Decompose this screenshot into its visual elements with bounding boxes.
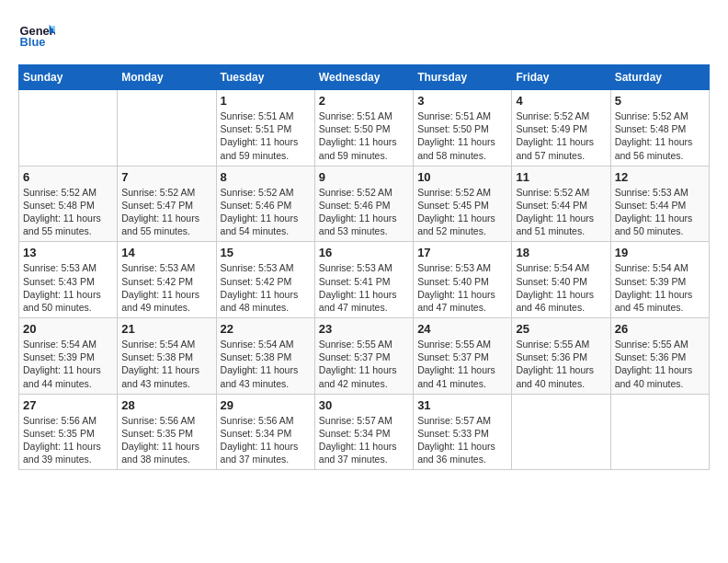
day-number: 22	[221, 322, 311, 336]
day-number: 31	[417, 398, 507, 412]
day-detail: Sunrise: 5:55 AM Sunset: 5:36 PM Dayligh…	[615, 338, 705, 390]
header-day-friday: Friday	[512, 65, 610, 90]
day-number: 5	[615, 94, 705, 108]
day-detail: Sunrise: 5:53 AM Sunset: 5:40 PM Dayligh…	[417, 261, 507, 314]
day-number: 6	[23, 170, 113, 184]
calendar-cell: 22Sunrise: 5:54 AM Sunset: 5:38 PM Dayli…	[216, 318, 314, 395]
calendar-cell: 7Sunrise: 5:52 AM Sunset: 5:47 PM Daylig…	[118, 166, 216, 242]
day-number: 26	[615, 322, 705, 336]
day-number: 30	[319, 398, 409, 412]
day-number: 23	[319, 322, 409, 336]
calendar-cell: 29Sunrise: 5:56 AM Sunset: 5:34 PM Dayli…	[216, 394, 314, 470]
day-detail: Sunrise: 5:53 AM Sunset: 5:41 PM Dayligh…	[319, 261, 409, 314]
calendar-cell: 23Sunrise: 5:55 AM Sunset: 5:37 PM Dayli…	[314, 318, 413, 395]
day-number: 4	[516, 94, 606, 108]
calendar-table: SundayMondayTuesdayWednesdayThursdayFrid…	[18, 64, 710, 470]
day-detail: Sunrise: 5:52 AM Sunset: 5:49 PM Dayligh…	[516, 109, 606, 162]
day-number: 8	[221, 170, 311, 184]
calendar-cell: 24Sunrise: 5:55 AM Sunset: 5:37 PM Dayli…	[414, 318, 512, 395]
day-detail: Sunrise: 5:51 AM Sunset: 5:50 PM Dayligh…	[417, 109, 507, 162]
day-number: 9	[319, 170, 409, 184]
header-day-tuesday: Tuesday	[216, 65, 314, 90]
day-detail: Sunrise: 5:53 AM Sunset: 5:42 PM Dayligh…	[221, 261, 311, 314]
calendar-cell	[512, 394, 610, 470]
day-detail: Sunrise: 5:57 AM Sunset: 5:34 PM Dayligh…	[319, 414, 409, 466]
day-detail: Sunrise: 5:52 AM Sunset: 5:46 PM Dayligh…	[319, 186, 409, 238]
calendar-cell: 21Sunrise: 5:54 AM Sunset: 5:38 PM Dayli…	[118, 318, 216, 395]
day-number: 28	[121, 398, 211, 412]
calendar-cell: 28Sunrise: 5:56 AM Sunset: 5:35 PM Dayli…	[118, 394, 216, 470]
header-day-thursday: Thursday	[414, 65, 512, 90]
day-detail: Sunrise: 5:54 AM Sunset: 5:38 PM Dayligh…	[221, 338, 311, 390]
calendar-cell: 1Sunrise: 5:51 AM Sunset: 5:51 PM Daylig…	[216, 90, 314, 167]
day-detail: Sunrise: 5:56 AM Sunset: 5:35 PM Dayligh…	[23, 414, 113, 466]
day-detail: Sunrise: 5:52 AM Sunset: 5:47 PM Dayligh…	[121, 186, 211, 238]
calendar-cell: 15Sunrise: 5:53 AM Sunset: 5:42 PM Dayli…	[216, 242, 314, 318]
calendar-cell: 10Sunrise: 5:52 AM Sunset: 5:45 PM Dayli…	[414, 166, 512, 242]
day-detail: Sunrise: 5:55 AM Sunset: 5:37 PM Dayligh…	[319, 338, 409, 390]
day-number: 11	[516, 170, 606, 184]
calendar-cell: 8Sunrise: 5:52 AM Sunset: 5:46 PM Daylig…	[216, 166, 314, 242]
page-header: General Blue	[18, 18, 710, 55]
calendar-cell: 9Sunrise: 5:52 AM Sunset: 5:46 PM Daylig…	[314, 166, 413, 242]
day-detail: Sunrise: 5:55 AM Sunset: 5:36 PM Dayligh…	[516, 338, 606, 390]
day-detail: Sunrise: 5:52 AM Sunset: 5:45 PM Dayligh…	[417, 186, 507, 238]
calendar-week-3: 13Sunrise: 5:53 AM Sunset: 5:43 PM Dayli…	[19, 242, 710, 318]
day-detail: Sunrise: 5:56 AM Sunset: 5:35 PM Dayligh…	[121, 414, 211, 466]
day-number: 17	[417, 246, 507, 259]
header-day-sunday: Sunday	[19, 65, 118, 90]
day-number: 16	[319, 246, 409, 259]
calendar-cell: 27Sunrise: 5:56 AM Sunset: 5:35 PM Dayli…	[19, 394, 118, 470]
calendar-cell: 30Sunrise: 5:57 AM Sunset: 5:34 PM Dayli…	[314, 394, 413, 470]
day-detail: Sunrise: 5:52 AM Sunset: 5:44 PM Dayligh…	[516, 186, 606, 238]
day-number: 27	[23, 398, 113, 412]
day-detail: Sunrise: 5:54 AM Sunset: 5:39 PM Dayligh…	[23, 338, 113, 390]
day-number: 3	[417, 94, 507, 108]
logo-icon: General Blue	[18, 18, 55, 55]
calendar-cell: 2Sunrise: 5:51 AM Sunset: 5:50 PM Daylig…	[314, 90, 413, 167]
calendar-cell: 12Sunrise: 5:53 AM Sunset: 5:44 PM Dayli…	[610, 166, 709, 242]
calendar-body: 1Sunrise: 5:51 AM Sunset: 5:51 PM Daylig…	[19, 90, 710, 470]
calendar-week-4: 20Sunrise: 5:54 AM Sunset: 5:39 PM Dayli…	[19, 318, 710, 395]
calendar-week-1: 1Sunrise: 5:51 AM Sunset: 5:51 PM Daylig…	[19, 90, 710, 167]
day-number: 19	[615, 246, 705, 259]
day-number: 25	[516, 322, 606, 336]
calendar-week-5: 27Sunrise: 5:56 AM Sunset: 5:35 PM Dayli…	[19, 394, 710, 470]
day-detail: Sunrise: 5:52 AM Sunset: 5:46 PM Dayligh…	[221, 186, 311, 238]
day-detail: Sunrise: 5:57 AM Sunset: 5:33 PM Dayligh…	[417, 414, 507, 466]
header-day-saturday: Saturday	[610, 65, 709, 90]
calendar-cell: 31Sunrise: 5:57 AM Sunset: 5:33 PM Dayli…	[414, 394, 512, 470]
header-day-wednesday: Wednesday	[314, 65, 413, 90]
day-detail: Sunrise: 5:54 AM Sunset: 5:39 PM Dayligh…	[615, 261, 705, 314]
day-detail: Sunrise: 5:53 AM Sunset: 5:44 PM Dayligh…	[615, 186, 705, 238]
calendar-header: SundayMondayTuesdayWednesdayThursdayFrid…	[19, 65, 710, 90]
calendar-cell: 19Sunrise: 5:54 AM Sunset: 5:39 PM Dayli…	[610, 242, 709, 318]
day-number: 20	[23, 322, 113, 336]
svg-text:Blue: Blue	[20, 35, 46, 49]
calendar-cell: 25Sunrise: 5:55 AM Sunset: 5:36 PM Dayli…	[512, 318, 610, 395]
calendar-cell: 17Sunrise: 5:53 AM Sunset: 5:40 PM Dayli…	[414, 242, 512, 318]
day-number: 7	[121, 170, 211, 184]
calendar-cell: 6Sunrise: 5:52 AM Sunset: 5:48 PM Daylig…	[19, 166, 118, 242]
calendar-cell: 20Sunrise: 5:54 AM Sunset: 5:39 PM Dayli…	[19, 318, 118, 395]
day-number: 24	[417, 322, 507, 336]
day-detail: Sunrise: 5:54 AM Sunset: 5:38 PM Dayligh…	[121, 338, 211, 390]
calendar-cell: 3Sunrise: 5:51 AM Sunset: 5:50 PM Daylig…	[414, 90, 512, 167]
day-number: 10	[417, 170, 507, 184]
calendar-cell	[118, 90, 216, 167]
day-detail: Sunrise: 5:51 AM Sunset: 5:50 PM Dayligh…	[319, 109, 409, 162]
day-number: 12	[615, 170, 705, 184]
day-number: 21	[121, 322, 211, 336]
day-number: 13	[23, 246, 113, 259]
day-number: 1	[221, 94, 311, 108]
day-number: 2	[319, 94, 409, 108]
header-day-monday: Monday	[118, 65, 216, 90]
day-detail: Sunrise: 5:55 AM Sunset: 5:37 PM Dayligh…	[417, 338, 507, 390]
day-number: 15	[221, 246, 311, 259]
day-detail: Sunrise: 5:52 AM Sunset: 5:48 PM Dayligh…	[615, 109, 705, 162]
calendar-cell	[19, 90, 118, 167]
calendar-cell: 18Sunrise: 5:54 AM Sunset: 5:40 PM Dayli…	[512, 242, 610, 318]
day-number: 18	[516, 246, 606, 259]
day-detail: Sunrise: 5:54 AM Sunset: 5:40 PM Dayligh…	[516, 261, 606, 314]
day-number: 14	[121, 246, 211, 259]
